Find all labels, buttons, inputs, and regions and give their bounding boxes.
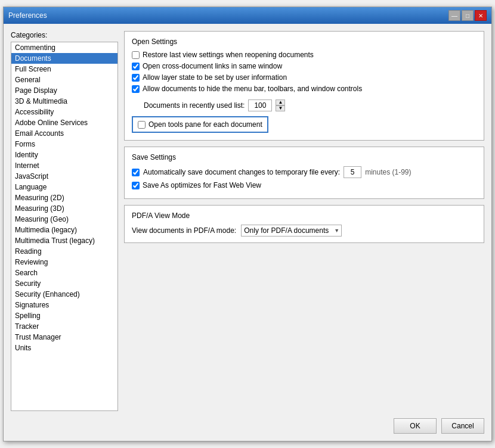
open-tools-pane-label: Open tools pane for each document (148, 120, 262, 129)
open-settings-title: Open Settings (132, 38, 477, 46)
open-settings-section: Open Settings Restore last view settings… (124, 31, 484, 141)
spinner-buttons: ▲ ▼ (276, 99, 285, 111)
titlebar: Preferences — □ ✕ (4, 7, 491, 24)
close-button[interactable]: ✕ (475, 10, 487, 21)
fast-web-view-label: Save As optimizes for Fast Web View (143, 181, 261, 189)
auto-save-checkbox[interactable] (132, 169, 140, 176)
minimize-button[interactable]: — (448, 10, 460, 21)
open-tools-pane-row: Open tools pane for each document (132, 116, 268, 133)
pdfa-settings-section: PDF/A View Mode View documents in PDF/A … (124, 205, 484, 243)
categories-panel: Categories: CommentingDocumentsFull Scre… (11, 31, 118, 411)
sidebar-item-commenting[interactable]: Commenting (11, 42, 117, 53)
sidebar-item-units[interactable]: Units (11, 343, 117, 353)
restore-last-view-row: Restore last view settings when reopenin… (132, 51, 477, 59)
sidebar-item-language[interactable]: Language (11, 182, 117, 192)
sidebar-item-measuring-geo[interactable]: Measuring (Geo) (11, 214, 117, 225)
restore-last-view-checkbox[interactable] (132, 51, 140, 59)
spinner-down-button[interactable]: ▼ (276, 105, 285, 111)
sidebar-item-general[interactable]: General (11, 74, 117, 85)
pdfa-dropdown-wrapper: Only for PDF/A documentsAlwaysNever (241, 225, 342, 237)
ok-button[interactable]: OK (394, 418, 437, 434)
cancel-button[interactable]: Cancel (441, 418, 484, 434)
sidebar-item-measuring-2d[interactable]: Measuring (2D) (11, 192, 117, 203)
settings-panel: Open Settings Restore last view settings… (124, 31, 484, 411)
sidebar-item-javascript[interactable]: JavaScript (11, 171, 117, 182)
sidebar-item-email-accounts[interactable]: Email Accounts (11, 128, 117, 139)
preferences-window: Preferences — □ ✕ Categories: Commenting… (3, 7, 492, 441)
sidebar-item-forms[interactable]: Forms (11, 139, 117, 150)
recently-used-input[interactable]: 100 (248, 99, 272, 111)
pdfa-settings-title: PDF/A View Mode (132, 211, 477, 220)
open-tools-pane-checkbox[interactable] (138, 121, 146, 129)
cross-document-links-checkbox[interactable] (132, 63, 140, 70)
sidebar-item-identity[interactable]: Identity (11, 150, 117, 160)
sidebar-item-accessibility[interactable]: Accessibility (11, 107, 117, 117)
spinner-up-button[interactable]: ▲ (276, 99, 285, 105)
recently-used-row: Documents in recently used list: 100 ▲ ▼ (132, 99, 477, 111)
maximize-button[interactable]: □ (462, 10, 474, 21)
pdfa-mode-select[interactable]: Only for PDF/A documentsAlwaysNever (241, 225, 342, 237)
sidebar-item-measuring-3d[interactable]: Measuring (3D) (11, 203, 117, 214)
auto-save-label: Automatically save document changes to t… (143, 168, 340, 176)
titlebar-buttons: — □ ✕ (448, 10, 487, 21)
save-settings-title: Save Settings (132, 153, 477, 161)
pdfa-mode-row: View documents in PDF/A mode: Only for P… (132, 225, 477, 237)
window-title: Preferences (8, 11, 47, 20)
sidebar-item-signatures[interactable]: Signatures (11, 300, 117, 310)
auto-save-unit-label: minutes (1-99) (365, 168, 411, 176)
sidebar-item-internet[interactable]: Internet (11, 160, 117, 171)
sidebar-item-tracker[interactable]: Tracker (11, 321, 117, 332)
layer-state-row: Allow layer state to be set by user info… (132, 73, 477, 82)
auto-save-row: Automatically save document changes to t… (132, 166, 477, 178)
sidebar-item-page-display[interactable]: Page Display (11, 85, 117, 96)
auto-save-minutes-input[interactable]: 5 (344, 166, 361, 178)
save-settings-section: Save Settings Automatically save documen… (124, 147, 484, 199)
categories-list[interactable]: CommentingDocumentsFull ScreenGeneralPag… (11, 42, 118, 411)
pdfa-mode-label: View documents in PDF/A mode: (132, 226, 236, 235)
sidebar-item-security-enhanced[interactable]: Security (Enhanced) (11, 289, 117, 300)
hide-menu-bar-checkbox[interactable] (132, 85, 140, 93)
restore-last-view-label: Restore last view settings when reopenin… (143, 51, 314, 59)
dialog-buttons: OK Cancel (11, 418, 484, 434)
layer-state-checkbox[interactable] (132, 74, 140, 82)
sidebar-item-multimedia-trust-legacy[interactable]: Multimedia Trust (legacy) (11, 235, 117, 246)
sidebar-item-3d-multimedia[interactable]: 3D & Multimedia (11, 96, 117, 107)
sidebar-item-spelling[interactable]: Spelling (11, 310, 117, 321)
sidebar-item-search[interactable]: Search (11, 267, 117, 278)
main-area: Categories: CommentingDocumentsFull Scre… (11, 31, 484, 411)
fast-web-view-checkbox[interactable] (132, 182, 140, 189)
cross-document-links-row: Open cross-document links in same window (132, 62, 477, 70)
sidebar-item-reading[interactable]: Reading (11, 246, 117, 257)
sidebar-item-trust-manager[interactable]: Trust Manager (11, 332, 117, 343)
sidebar-item-documents[interactable]: Documents (11, 53, 117, 64)
sidebar-item-full-screen[interactable]: Full Screen (11, 64, 117, 74)
sidebar-item-adobe-online-services[interactable]: Adobe Online Services (11, 117, 117, 128)
fast-web-view-row: Save As optimizes for Fast Web View (132, 181, 477, 189)
cross-document-links-label: Open cross-document links in same window (143, 62, 282, 70)
sidebar-item-security[interactable]: Security (11, 278, 117, 289)
hide-menu-bar-row: Allow documents to hide the menu bar, to… (132, 85, 477, 93)
recently-used-label: Documents in recently used list: (144, 101, 245, 110)
categories-label: Categories: (11, 31, 118, 39)
layer-state-label: Allow layer state to be set by user info… (143, 73, 287, 82)
dialog-content: Categories: CommentingDocumentsFull Scre… (4, 24, 491, 441)
sidebar-item-multimedia-legacy[interactable]: Multimedia (legacy) (11, 225, 117, 235)
hide-menu-bar-label: Allow documents to hide the menu bar, to… (143, 85, 362, 93)
sidebar-item-reviewing[interactable]: Reviewing (11, 257, 117, 267)
